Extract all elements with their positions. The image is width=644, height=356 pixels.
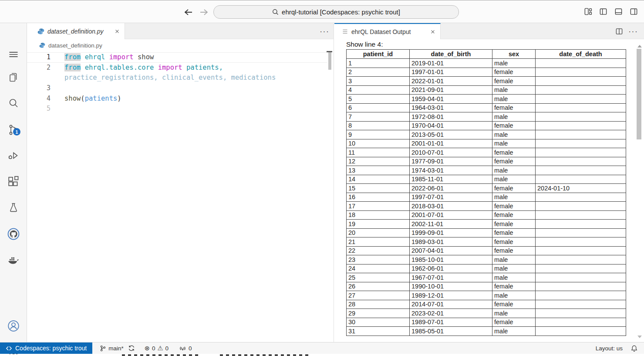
remote-indicator[interactable]: Codespaces: psychic trout [0, 342, 92, 354]
cell: 1967-07-01 [410, 273, 492, 282]
code-line[interactable]: practice_registrations, clinical_events,… [27, 73, 327, 83]
toggle-panel-button[interactable] [614, 7, 623, 16]
docker-button[interactable] [7, 254, 20, 267]
testing-button[interactable] [7, 201, 20, 214]
extensions-button[interactable] [7, 175, 20, 188]
code-token [154, 64, 158, 71]
cell: female [492, 237, 536, 247]
bell-icon[interactable] [631, 345, 638, 352]
webview-scrollbar[interactable] [637, 49, 641, 139]
search-view-button[interactable] [7, 97, 20, 110]
cell: 2001-07-01 [410, 210, 492, 220]
cell: 2021-09-01 [410, 85, 492, 95]
flask-icon [7, 202, 20, 214]
ehrql-output-webview: Show line 4: patient_iddate_of_birthsexd… [334, 39, 644, 342]
docker-icon [7, 254, 20, 267]
cell [536, 103, 626, 112]
code-token: import [158, 64, 182, 71]
remote-icon [6, 345, 12, 352]
code-line[interactable]: 5 [27, 104, 327, 114]
cell [536, 318, 626, 327]
code-token [182, 64, 186, 71]
cell: 2022-06-01 [410, 184, 492, 193]
explorer-button[interactable] [7, 71, 20, 84]
keyboard-layout-status[interactable]: Layout: us [596, 345, 623, 352]
cell [536, 130, 626, 139]
cell: male [492, 166, 536, 175]
title-bar: ehrql-tutorial [Codespaces: psychic trou… [0, 0, 644, 23]
code-line[interactable]: 3 [27, 83, 327, 94]
cell: 1997-07-01 [410, 193, 492, 202]
activity-bar: 1 [0, 23, 27, 342]
code-line[interactable]: 4show(patients) [27, 94, 327, 104]
code-line[interactable]: 2from ehrql.tables.core import patients, [27, 63, 327, 73]
code-token [81, 53, 84, 61]
forward-button[interactable] [199, 7, 209, 17]
toggle-primary-sidebar-button[interactable] [599, 7, 607, 16]
table-row: 222007-04-01female [347, 246, 626, 255]
split-editor-button[interactable] [615, 27, 623, 35]
cell: female [492, 157, 536, 166]
cell: 15 [347, 184, 410, 193]
account-icon [7, 319, 20, 332]
customize-layout-button[interactable] [584, 7, 592, 16]
output-actions: ··· [615, 23, 638, 39]
cell [536, 166, 626, 175]
more-actions-button[interactable]: ··· [320, 27, 329, 35]
cell: 2019-01-01 [410, 59, 492, 68]
scrollbar-down-arrow[interactable] [637, 336, 642, 338]
cell: male [492, 291, 536, 300]
cell: 31 [347, 327, 410, 336]
python-file-icon [37, 28, 44, 35]
code-token: ehrql [85, 53, 105, 61]
extensions-icon [7, 176, 20, 188]
menu-icon [8, 49, 19, 60]
cell: 26 [347, 282, 410, 291]
scrollbar-up-arrow[interactable] [637, 45, 642, 47]
line-content [51, 83, 64, 94]
code-editor[interactable]: 1from ehrql import show2from ehrql.table… [27, 51, 327, 342]
sync-button[interactable] [128, 345, 135, 352]
table-row: 102001-01-01male [347, 139, 626, 148]
toggle-secondary-sidebar-button[interactable] [630, 7, 638, 16]
more-actions-button[interactable]: ··· [628, 27, 638, 35]
code-token [134, 53, 138, 61]
command-center-text: ehrql-tutorial [Codespaces: psychic trou… [282, 8, 400, 16]
cell [536, 291, 626, 300]
tab-ehrql-dataset-output[interactable]: ehrQL Dataset Output [334, 23, 441, 39]
cell: 7 [347, 112, 410, 122]
table-row: 251967-07-01male [347, 273, 626, 282]
code-token: show [138, 53, 154, 61]
close-tab-button[interactable] [114, 28, 121, 35]
editor-scrollbar[interactable] [328, 52, 331, 70]
line-content: from ehrql.tables.core import patients, [51, 63, 223, 73]
account-button[interactable] [7, 319, 20, 332]
menu-button[interactable] [7, 48, 20, 61]
github-button[interactable] [7, 227, 20, 241]
cell: 24 [347, 264, 410, 273]
branch-label: main* [108, 345, 124, 352]
cell: 13 [347, 166, 410, 175]
close-tab-button[interactable] [429, 28, 436, 35]
cell: 2001-01-01 [410, 139, 492, 148]
sync-icon [128, 345, 135, 352]
code-token: patients [85, 95, 118, 102]
back-button[interactable] [183, 7, 194, 17]
cell: 1970-04-01 [410, 121, 492, 130]
tab-dataset-definition[interactable]: dataset_definition.py [27, 23, 125, 39]
cell: 3 [347, 77, 410, 86]
cell: 22 [347, 246, 410, 255]
run-and-debug-button[interactable] [7, 149, 20, 162]
code-line[interactable]: 1from ehrql import show [27, 52, 327, 63]
branch-status[interactable]: main* [100, 345, 124, 352]
ports-status[interactable]: 0 [179, 345, 192, 352]
table-row: 152022-06-01female2024-01-10 [347, 184, 626, 193]
toggle-panel-icon [614, 7, 623, 16]
problems-status[interactable]: ⊗ 0 ⚠ 0 [145, 345, 169, 352]
clipped-page-content [0, 354, 644, 356]
split-editor-icon [615, 27, 623, 35]
command-center-search[interactable]: ehrql-tutorial [Codespaces: psychic trou… [213, 5, 459, 19]
cell [536, 255, 626, 264]
breadcrumb[interactable]: dataset_definition.py [27, 39, 334, 51]
table-row: 61964-03-01female [347, 103, 626, 112]
